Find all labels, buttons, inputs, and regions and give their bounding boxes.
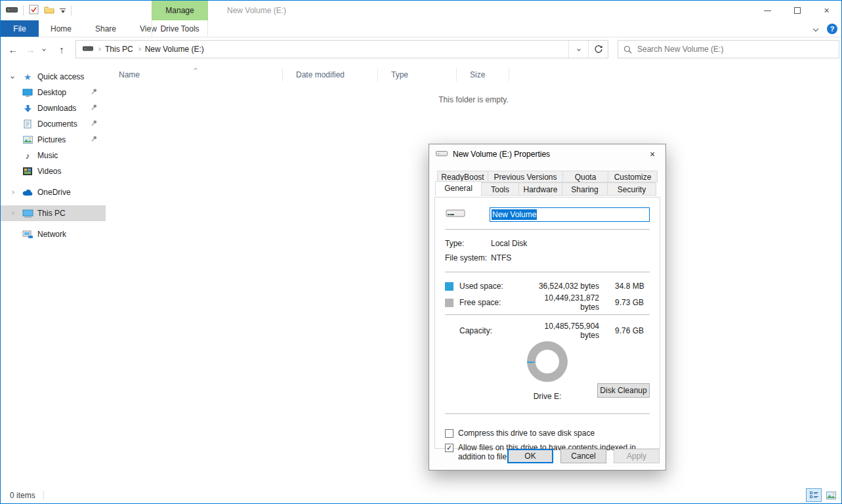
separator: [445, 413, 650, 414]
sidebar-item-downloads[interactable]: Downloads: [1, 100, 106, 116]
tab-hardware[interactable]: Hardware: [519, 182, 562, 196]
tab-sharing[interactable]: Sharing: [562, 182, 608, 196]
dialog-close-button[interactable]: ×: [639, 144, 665, 164]
checkbox-checked[interactable]: ✓: [445, 444, 453, 452]
up-button[interactable]: ↑: [53, 44, 70, 55]
dialog-title-bar: New Volume (E:) Properties ×: [429, 144, 665, 164]
tab-share[interactable]: Share: [83, 20, 128, 37]
address-dropdown-button[interactable]: [568, 41, 588, 58]
desktop-icon: [22, 89, 33, 97]
column-header-date-modified[interactable]: Date modified: [283, 68, 378, 81]
tab-general[interactable]: General: [435, 181, 482, 196]
search-box[interactable]: [618, 40, 839, 58]
general-tab-page: New Volume Type: Local Disk File system:…: [434, 197, 660, 449]
documents-icon: [22, 119, 33, 129]
filesystem-value: NTFS: [491, 253, 650, 262]
drive-letter-label: Drive E:: [534, 392, 562, 401]
filesystem-label: File system:: [445, 253, 491, 262]
sidebar-item-quick-access[interactable]: ★ Quick access: [1, 69, 106, 85]
item-count: 0 items: [10, 491, 35, 500]
sidebar-item-desktop[interactable]: Desktop: [1, 85, 106, 100]
sidebar-item-pictures[interactable]: Pictures: [1, 132, 106, 148]
customize-qat-dropdown-icon[interactable]: [60, 9, 66, 13]
window-controls: ×: [753, 1, 841, 20]
help-icon[interactable]: ?: [827, 24, 837, 34]
new-folder-icon[interactable]: [44, 5, 54, 16]
tab-file[interactable]: File: [1, 20, 39, 37]
ok-button[interactable]: OK: [507, 449, 553, 463]
tab-tools[interactable]: Tools: [482, 182, 519, 196]
sidebar-item-documents[interactable]: Documents: [1, 116, 106, 132]
expand-ribbon-icon[interactable]: [813, 26, 818, 32]
selected-text: New Volume: [492, 209, 537, 220]
sidebar-item-label: Music: [37, 151, 58, 160]
sidebar-item-label: Videos: [37, 167, 61, 176]
used-space-size: 34.8 MB: [599, 282, 650, 291]
tab-drive-tools[interactable]: Drive Tools: [152, 20, 208, 37]
cancel-button[interactable]: Cancel: [560, 449, 606, 463]
search-input[interactable]: [637, 45, 833, 54]
sidebar-item-label: Desktop: [37, 88, 66, 97]
thumbnail-view-icon: [826, 492, 836, 499]
sidebar-item-network[interactable]: Network: [1, 226, 106, 242]
onedrive-cloud-icon: [22, 189, 33, 196]
separator: [445, 314, 650, 315]
chevron-right-icon[interactable]: [7, 212, 18, 215]
tab-quota[interactable]: Quota: [563, 171, 608, 182]
sidebar-item-onedrive[interactable]: OneDrive: [1, 184, 106, 200]
column-label: Date modified: [296, 70, 345, 79]
column-headers: Name Date modified Type Size: [106, 65, 841, 85]
sidebar-item-this-pc[interactable]: This PC: [1, 205, 106, 221]
manage-contextual-group[interactable]: Manage: [152, 1, 208, 20]
column-header-size[interactable]: Size: [457, 68, 509, 81]
chevron-down-icon: [42, 47, 46, 51]
free-space-row: Free space: 10,449,231,872 bytes 9.73 GB: [445, 293, 650, 308]
sort-ascending-icon: [194, 62, 197, 75]
free-space-label: Free space:: [459, 298, 524, 307]
status-bar: 0 items: [1, 487, 841, 503]
maximize-button[interactable]: [782, 1, 812, 20]
thumbnail-view-button[interactable]: [823, 488, 839, 502]
volume-label-input[interactable]: New Volume: [490, 207, 650, 222]
column-header-type[interactable]: Type: [378, 68, 457, 81]
column-header-name[interactable]: Name: [106, 68, 283, 81]
breadcrumb: This PC New Volume (E:): [76, 45, 568, 54]
disk-usage-donut-chart: [527, 341, 568, 382]
minimize-button[interactable]: [753, 1, 782, 20]
disk-cleanup-button[interactable]: Disk Cleanup: [597, 383, 650, 398]
breadcrumb-current[interactable]: New Volume (E:): [145, 45, 204, 54]
checkbox-unchecked[interactable]: [445, 429, 453, 438]
sidebar-item-videos[interactable]: Videos: [1, 163, 106, 179]
column-label: Name: [119, 70, 140, 79]
tab-security[interactable]: Security: [608, 182, 656, 196]
sidebar-item-music[interactable]: ♪ Music: [1, 148, 106, 163]
address-bar[interactable]: This PC New Volume (E:): [75, 40, 608, 58]
empty-folder-message: This folder is empty.: [106, 95, 841, 104]
details-view-button[interactable]: [806, 488, 822, 502]
chevron-right-icon[interactable]: [7, 191, 18, 194]
column-label: Size: [470, 70, 485, 79]
apply-button[interactable]: Apply: [614, 449, 660, 463]
tab-customize[interactable]: Customize: [608, 171, 658, 182]
refresh-button[interactable]: [588, 41, 608, 58]
compress-checkbox-row[interactable]: Compress this drive to save disk space: [445, 429, 650, 438]
tab-previous-versions[interactable]: Previous Versions: [488, 171, 563, 182]
capacity-bytes: 10,485,755,904 bytes: [524, 322, 599, 340]
properties-qat-icon[interactable]: [29, 5, 39, 16]
details-view-icon: [810, 492, 818, 499]
forward-button[interactable]: →: [22, 44, 39, 55]
close-button[interactable]: ×: [812, 1, 841, 20]
ribbon-right-controls: ?: [814, 20, 837, 37]
pin-icon: [91, 88, 98, 97]
manage-label: Manage: [165, 6, 194, 15]
tab-home[interactable]: Home: [39, 20, 83, 37]
chevron-down-icon[interactable]: [7, 75, 18, 78]
breadcrumb-this-pc[interactable]: This PC: [105, 45, 133, 54]
title-bar: Manage New Volume (E:) ×: [1, 1, 841, 20]
recent-locations-dropdown[interactable]: [39, 48, 49, 51]
sidebar-item-label: Documents: [37, 119, 77, 129]
back-button[interactable]: ←: [5, 44, 22, 55]
ribbon-tab-row: File Home Share View Drive Tools ?: [1, 20, 841, 37]
sidebar-item-label: This PC: [37, 209, 66, 218]
minimize-icon: [764, 10, 771, 11]
